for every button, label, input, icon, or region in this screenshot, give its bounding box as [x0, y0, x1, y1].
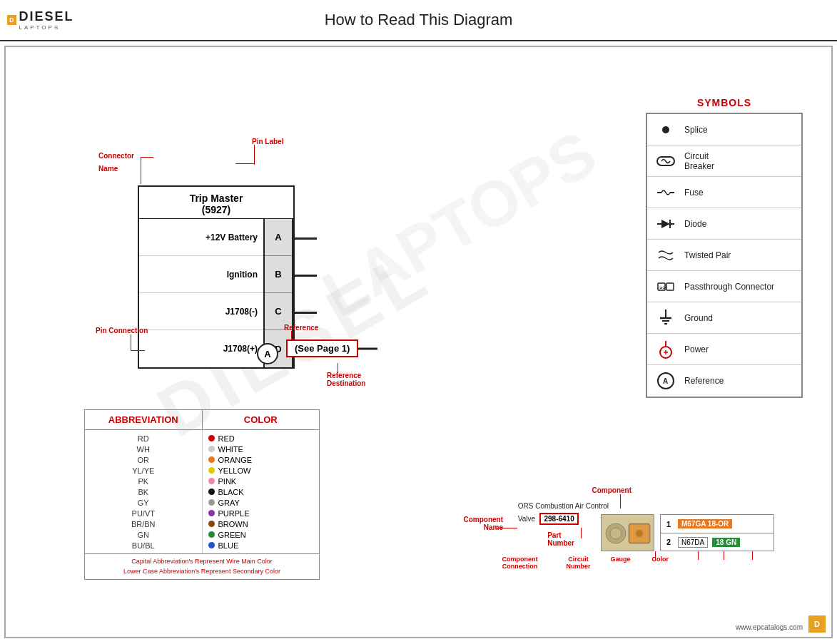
svg-point-22	[610, 528, 622, 539]
wire-row-1: 1 M67GA 18-OR	[660, 514, 774, 533]
component-name-text: ORS Combustion Air Control	[518, 502, 609, 510]
connector-diagram: Trip Master (5927) +12V Battery Ignition…	[138, 183, 295, 369]
reference-label-arrow	[291, 331, 292, 339]
svg-rect-10	[666, 283, 674, 290]
abbrev-header: ABBREVIATION COLOR	[85, 410, 319, 430]
reference-icon: A	[653, 371, 679, 391]
abbrev-col-color: REDWHITEORANGEYELLOWPINKBLACKGRAYPURPLEB…	[203, 430, 320, 553]
logo-icon: D	[7, 15, 16, 26]
splice-label: Splice	[684, 125, 708, 135]
abbrev-item: OR	[85, 454, 202, 465]
footer-logo-icon: D	[808, 615, 826, 633]
color-item: PINK	[203, 476, 320, 486]
symbol-reference: A Reference	[647, 365, 801, 397]
connector-row-c: J1708(-)	[139, 293, 263, 330]
wire-tag-green: 18 GN	[712, 538, 740, 547]
svg-text:>>: >>	[659, 285, 666, 291]
pin-label-arrow-v	[254, 145, 255, 165]
comp-bottom-labels: Component Connection Circuit Number Gaug…	[502, 556, 669, 570]
color-item: PURPLE	[203, 508, 320, 518]
arrow-color	[752, 551, 753, 560]
connector-name-arrow	[141, 157, 141, 184]
arrow-gauge	[724, 551, 724, 560]
wire-grid: 1 M67GA 18-OR 2 N67DA 18 GN	[660, 514, 774, 551]
symbols-table: Splice CircuitBreaker	[646, 113, 803, 398]
website-footer: www.epcatalogs.com	[736, 623, 803, 631]
component-name-label: Component Name	[463, 516, 503, 531]
abbrev-item: WH	[85, 444, 202, 454]
pin-connection-arrow-v	[131, 334, 131, 350]
reference-circle: A	[257, 343, 278, 364]
abbrev-item: PK	[85, 476, 202, 486]
symbol-circuit-breaker: CircuitBreaker	[647, 145, 801, 177]
passthrough-icon: >>	[653, 277, 679, 297]
pin-connection-label: Pin Connection	[96, 327, 148, 334]
color-item: GRAY	[203, 497, 320, 508]
abbrev-col-head-2: COLOR	[203, 410, 320, 429]
reference-box: (See Page 1)	[286, 339, 358, 357]
symbol-splice: Splice	[647, 114, 801, 145]
abbrev-item: YL/YE	[85, 465, 202, 476]
circuit-breaker-label: CircuitBreaker	[684, 151, 714, 171]
svg-point-25	[636, 530, 643, 537]
splice-icon	[653, 120, 679, 140]
abbrev-col-abbr: RDWHORYL/YEPKBKGYPU/VTBR/BNGNBU/BL	[85, 430, 203, 553]
abbrev-col-head-1: ABBREVIATION	[85, 410, 203, 429]
fuse-icon	[653, 183, 679, 203]
diode-label: Diode	[684, 219, 706, 229]
connector-name-label: Connector Name	[98, 148, 134, 174]
wire-num-1: 1	[664, 520, 674, 528]
part-number-arrow	[581, 528, 582, 538]
symbols-title: SYMBOLS	[646, 97, 803, 108]
svg-text:A: A	[663, 377, 668, 385]
abbrev-footer-2: Lower Case Abbreviation's Represent Seco…	[85, 567, 319, 577]
connector-row-b: Ignition	[139, 256, 263, 293]
color-item: YELLOW	[203, 465, 320, 476]
pin-a: A	[265, 219, 292, 256]
abbrev-item: PU/VT	[85, 508, 202, 518]
pin-connection-arrow-h	[131, 350, 145, 351]
abbrev-body: RDWHORYL/YEPKBKGYPU/VTBR/BNGNBU/BL REDWH…	[85, 430, 319, 553]
comp-name-label-arrow	[496, 528, 517, 528]
abbrev-item: GY	[85, 497, 202, 508]
reference-destination-label: Reference Destination	[327, 372, 365, 387]
abbrev-item: BR/BN	[85, 518, 202, 529]
abbrev-item: GN	[85, 529, 202, 540]
arrow-circuit-num	[698, 551, 699, 560]
valve-label: Valve	[518, 515, 535, 523]
symbol-passthrough: >> Passthrough Connector	[647, 271, 801, 302]
abbrev-footer-1: Capital Abbreviation's Represent Wire Ma…	[85, 557, 319, 567]
arrow-comp-connection	[655, 551, 656, 560]
power-icon	[653, 339, 679, 359]
wire-tag-part: N67DA	[678, 537, 708, 548]
comp-bottom-label-circuit: Circuit Number	[566, 556, 590, 570]
wire-tag-orange: M67GA 18-OR	[678, 519, 732, 528]
symbol-fuse: Fuse	[647, 177, 801, 208]
connector-name-arrow-h	[141, 157, 153, 158]
diode-icon	[653, 214, 679, 234]
wire-line-a	[292, 237, 317, 240]
page-title: How to Read This Diagram	[325, 11, 513, 29]
abbrev-item: BU/BL	[85, 540, 202, 551]
component-top-label: Component	[592, 486, 631, 494]
color-item: WHITE	[203, 444, 320, 454]
main-content: DIESEL LAPTOPS Connector Name Trip Maste…	[4, 46, 833, 638]
pin-b: B	[265, 256, 292, 293]
connector-row-d: J1708(+)	[139, 330, 263, 367]
pin-label: Pin Label	[252, 138, 283, 145]
logo-subtitle: LAPTOPS	[19, 24, 74, 31]
component-picture	[601, 514, 654, 551]
symbol-twisted-pair: Twisted Pair	[647, 240, 801, 271]
svg-marker-6	[661, 220, 670, 228]
color-item: BROWN	[203, 518, 320, 529]
component-name-box: ORS Combustion Air Control Valve 298-641…	[518, 499, 609, 524]
part-number: 298-6410	[539, 513, 578, 525]
symbol-diode: Diode	[647, 208, 801, 240]
symbol-ground: Ground	[647, 302, 801, 334]
page-header: D DIESEL LAPTOPS How to Read This Diagra…	[0, 0, 837, 41]
wire-num-2: 2	[664, 538, 674, 546]
abbrev-item: RD	[85, 433, 202, 444]
color-item: GREEN	[203, 529, 320, 540]
power-label: Power	[684, 344, 709, 354]
pin-label-arrow-h	[235, 163, 255, 164]
